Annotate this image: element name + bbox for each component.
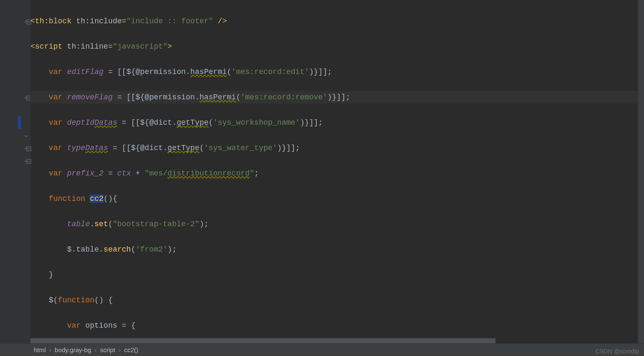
selection-marker bbox=[18, 116, 21, 129]
code-line: var options = { bbox=[30, 319, 638, 332]
code-line: <th:block th:include="include :: footer"… bbox=[30, 15, 638, 27]
scroll-thumb[interactable] bbox=[30, 338, 496, 343]
code-editor[interactable]: <th:block th:include="include :: footer"… bbox=[0, 0, 644, 343]
code-line: var prefix_2 = ctx + "mes/distributionre… bbox=[30, 167, 638, 180]
code-line: function cc2(){ bbox=[30, 192, 638, 205]
breadcrumb-item[interactable]: cc2() bbox=[121, 344, 142, 356]
breadcrumb-item[interactable]: script bbox=[97, 344, 119, 356]
code-line: $(function() { bbox=[30, 294, 638, 307]
vertical-scrollbar[interactable] bbox=[638, 0, 644, 343]
code-line: var removeFlag = [[${@permission.hasPerm… bbox=[30, 91, 638, 104]
code-line: var editFlag = [[${@permission.hasPermi(… bbox=[30, 66, 638, 78]
fold-close-icon[interactable] bbox=[24, 131, 29, 144]
code-line: <script th:inline="javascript"> bbox=[30, 40, 638, 53]
breadcrumb-item[interactable]: html bbox=[30, 344, 49, 356]
code-line: $.table.search('from2'); bbox=[30, 243, 638, 256]
code-line: table.set("bootstrap-table-2"); bbox=[30, 218, 638, 230]
breadcrumb-item[interactable]: body.gray-bg bbox=[51, 344, 94, 356]
code-line: } bbox=[30, 268, 638, 281]
code-line: var typeDatas = [[${@dict.getType('sys_w… bbox=[30, 142, 638, 154]
watermark: CSDN @somdip bbox=[595, 345, 639, 356]
code-area[interactable]: <th:block th:include="include :: footer"… bbox=[30, 0, 638, 345]
breadcrumb: html › body.gray-bg › script › cc2() bbox=[0, 343, 644, 356]
gutter bbox=[0, 0, 30, 343]
code-line: var deptIdDatas = [[${@dict.getType('sys… bbox=[30, 116, 638, 129]
horizontal-scrollbar[interactable] bbox=[30, 338, 638, 343]
